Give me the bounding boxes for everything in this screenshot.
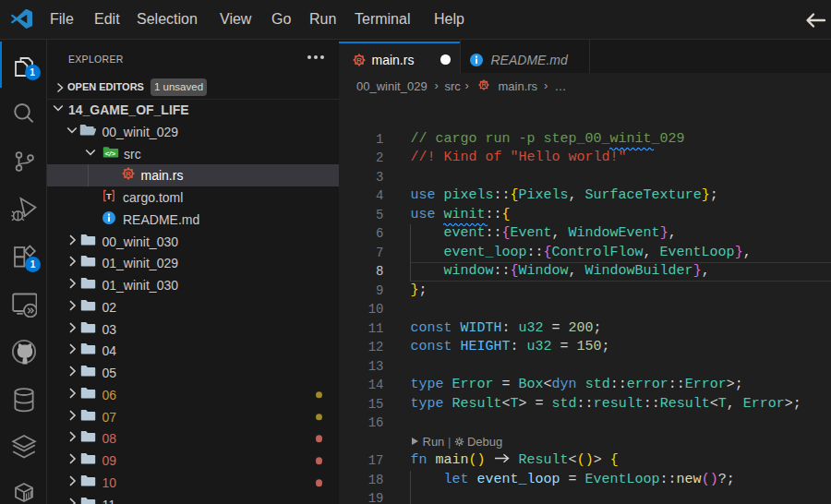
svg-text:R: R xyxy=(126,170,131,178)
svg-text:</>: </> xyxy=(104,149,115,157)
svg-text:R: R xyxy=(356,56,362,65)
svg-text:R: R xyxy=(481,81,486,88)
svg-text:T: T xyxy=(106,191,112,201)
